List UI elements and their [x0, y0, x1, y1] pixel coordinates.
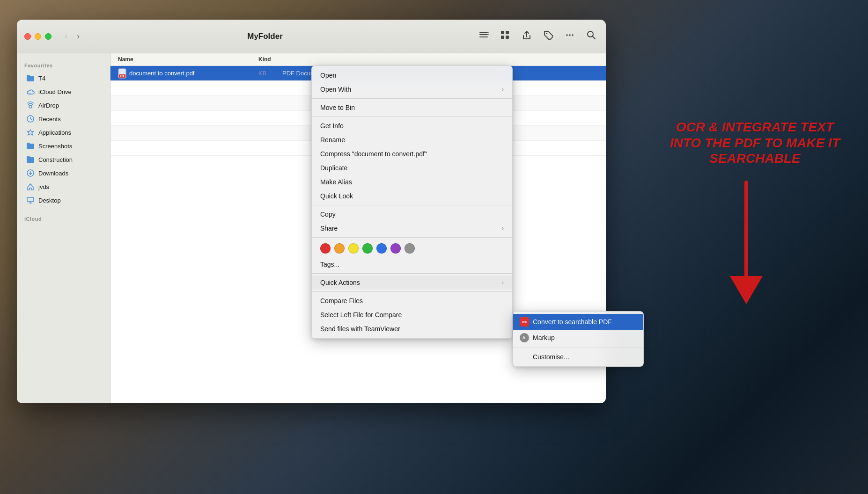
- svg-line-21: [30, 119, 32, 120]
- menu-item-tags[interactable]: Tags...: [312, 257, 512, 271]
- svg-rect-7: [501, 36, 504, 39]
- submenu-separator: [513, 348, 643, 348]
- submenu-item-convert-pdf[interactable]: PDF Convert to searchable PDF: [513, 314, 643, 330]
- menu-separator: [312, 205, 512, 205]
- sidebar-item-jvds[interactable]: jvds: [19, 180, 108, 193]
- markup-icon: [520, 333, 529, 342]
- sidebar: Favourites T4 iC: [17, 53, 110, 403]
- tag-green[interactable]: [362, 243, 373, 254]
- menu-item-compare-files[interactable]: Compare Files: [312, 294, 512, 308]
- menu-item-duplicate[interactable]: Duplicate: [312, 161, 512, 175]
- svg-marker-3: [488, 32, 489, 34]
- menu-item-compress[interactable]: Compress "document to convert.pdf": [312, 147, 512, 161]
- menu-separator: [312, 273, 512, 274]
- menu-separator: [312, 116, 512, 117]
- color-tags-row: [312, 240, 512, 257]
- svg-line-14: [593, 36, 596, 39]
- quick-actions-submenu: PDF Convert to searchable PDF Markup Cus…: [513, 311, 644, 367]
- sidebar-item-label: T4: [38, 75, 45, 82]
- clock-icon: [26, 115, 35, 123]
- svg-rect-6: [506, 31, 509, 34]
- svg-rect-8: [506, 36, 509, 39]
- svg-point-12: [572, 34, 574, 36]
- sidebar-item-desktop[interactable]: Desktop: [19, 194, 108, 207]
- svg-text:PDF: PDF: [522, 321, 527, 324]
- maximize-button[interactable]: [45, 33, 51, 40]
- sidebar-item-icloud[interactable]: iCloud Drive: [19, 85, 108, 98]
- construction-folder-icon: [26, 155, 35, 164]
- menu-item-rename[interactable]: Rename: [312, 133, 512, 147]
- tag-purple[interactable]: [390, 243, 401, 254]
- desktop-icon: [26, 196, 35, 204]
- svg-point-11: [569, 34, 571, 36]
- menu-item-share[interactable]: Share ›: [312, 221, 512, 235]
- menu-item-copy[interactable]: Copy: [312, 207, 512, 221]
- search-icon[interactable]: [584, 28, 598, 44]
- svg-rect-24: [27, 197, 34, 202]
- title-bar: ‹ › MyFolder: [17, 20, 606, 53]
- grid-view-icon[interactable]: [498, 28, 512, 44]
- svg-text:PDF: PDF: [120, 75, 125, 78]
- tag-gray[interactable]: [405, 243, 415, 254]
- svg-point-18: [29, 105, 32, 108]
- svg-point-9: [546, 33, 547, 34]
- sidebar-item-label: AirDrop: [38, 102, 59, 109]
- sidebar-item-label: Downloads: [38, 170, 68, 177]
- close-button[interactable]: [24, 33, 31, 40]
- share-icon[interactable]: [520, 28, 534, 44]
- chevron-right-icon: ›: [502, 225, 504, 232]
- submenu-item-customise[interactable]: Customise...: [513, 350, 643, 364]
- sidebar-section-icloud-wrapper: iCloud: [17, 214, 110, 225]
- menu-separator: [312, 291, 512, 292]
- menu-item-make-alias[interactable]: Make Alias: [312, 175, 512, 189]
- tag-yellow[interactable]: [348, 243, 359, 254]
- sidebar-item-applications[interactable]: Applications: [19, 126, 108, 139]
- sidebar-section-icloud: iCloud: [17, 214, 110, 225]
- file-list-header: Name Kind: [110, 53, 606, 66]
- sidebar-item-construction[interactable]: Construction: [19, 153, 108, 166]
- list-view-icon[interactable]: [477, 28, 491, 44]
- submenu-item-markup[interactable]: Markup: [513, 330, 643, 346]
- folder-icon: [26, 74, 35, 82]
- svg-marker-4: [488, 34, 489, 36]
- minimize-button[interactable]: [35, 33, 41, 40]
- sidebar-item-screenshots[interactable]: Screenshots: [19, 139, 108, 153]
- col-name-header: Name: [118, 56, 258, 63]
- chevron-right-icon: ›: [502, 279, 504, 286]
- menu-item-quick-actions[interactable]: Quick Actions ›: [312, 276, 512, 290]
- sidebar-section-favourites: Favourites: [17, 61, 110, 71]
- tag-blue[interactable]: [376, 243, 387, 254]
- sidebar-item-recents[interactable]: Recents: [19, 112, 108, 125]
- apps-icon: [26, 128, 35, 137]
- sidebar-item-label: Recents: [38, 116, 61, 123]
- cloud-icon: [26, 87, 35, 96]
- tag-red[interactable]: [320, 243, 331, 254]
- sidebar-item-t4[interactable]: T4: [19, 72, 108, 85]
- tag-orange[interactable]: [334, 243, 345, 254]
- svg-rect-1: [479, 34, 488, 35]
- sidebar-item-downloads[interactable]: Downloads: [19, 167, 108, 180]
- menu-item-open[interactable]: Open: [312, 68, 512, 82]
- menu-item-send-teamviewer[interactable]: Send files with TeamViewer: [312, 322, 512, 336]
- pdf-convert-icon: PDF: [520, 317, 529, 327]
- file-name: PDF document to convert.pdf: [118, 68, 258, 79]
- chevron-right-icon: ›: [502, 86, 504, 93]
- menu-item-move-to-bin[interactable]: Move to Bin: [312, 101, 512, 115]
- sidebar-item-airdrop[interactable]: AirDrop: [19, 99, 108, 112]
- airdrop-icon: [26, 101, 35, 109]
- more-icon[interactable]: [563, 28, 577, 44]
- toolbar-right: [477, 28, 598, 44]
- traffic-lights: [24, 33, 51, 40]
- context-menu: Open Open With › Move to Bin Get Info Re…: [311, 65, 513, 339]
- home-icon: [26, 182, 35, 191]
- menu-item-get-info[interactable]: Get Info: [312, 119, 512, 133]
- svg-point-10: [566, 34, 568, 36]
- menu-item-select-left[interactable]: Select Left File for Compare: [312, 308, 512, 322]
- sidebar-item-label: Applications: [38, 129, 71, 136]
- menu-item-quick-look[interactable]: Quick Look: [312, 189, 512, 203]
- sidebar-item-label: Construction: [38, 156, 73, 163]
- window-title: MyFolder: [53, 32, 477, 41]
- menu-item-open-with[interactable]: Open With ›: [312, 82, 512, 96]
- col-kind-header: Kind: [258, 56, 271, 63]
- tag-icon[interactable]: [541, 28, 555, 44]
